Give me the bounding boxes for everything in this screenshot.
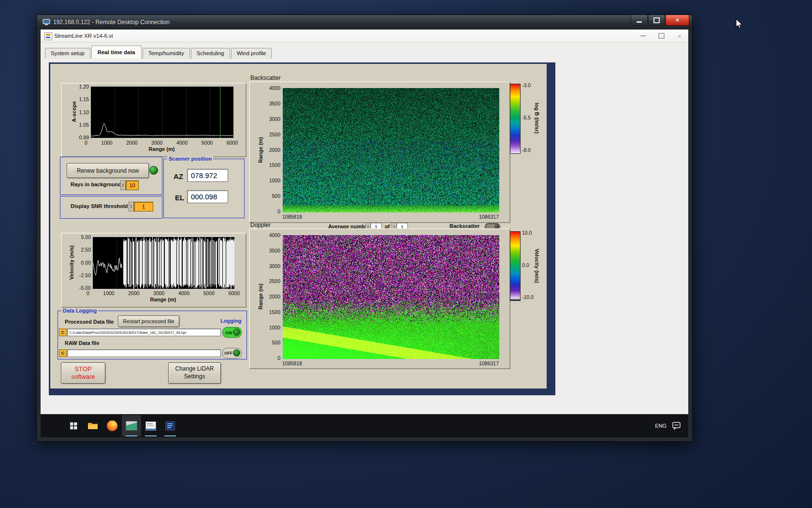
ascope-plot	[90, 86, 234, 138]
doppler-colorbar	[510, 231, 521, 301]
snr-spinner[interactable]: ▲ ▼	[129, 202, 134, 211]
ascope-x-axis-label: Range (m)	[90, 146, 233, 152]
app-titlebar[interactable]: StreamLine XR v14-6.vi ×	[41, 30, 688, 43]
doppler-section-title: Doppler	[250, 222, 271, 228]
tab-wind-profile[interactable]: Wind profile	[231, 48, 272, 59]
rdp-session-icon	[126, 421, 137, 431]
el-value-display[interactable]: 000.098	[187, 190, 228, 203]
folder-icon	[87, 421, 98, 430]
snr-threshold-field[interactable]: 1	[134, 202, 153, 211]
language-indicator[interactable]: ENG	[650, 417, 672, 435]
stop-software-button[interactable]: STOPsoftware	[61, 362, 105, 384]
minimize-icon	[637, 21, 642, 23]
az-label: AZ	[174, 172, 183, 180]
tab-scheduling[interactable]: Scheduling	[191, 48, 230, 59]
backscatter-x-start: 1085818	[282, 214, 302, 220]
raw-logging-toggle[interactable]: OFF	[222, 348, 242, 359]
start-button[interactable]	[64, 415, 83, 436]
ascope-y-ticks: 1.201.151.101.050.99	[76, 84, 89, 140]
processed-logging-toggle[interactable]: ON	[222, 327, 242, 338]
tab-bar: System setup Real time data Temp/humidit…	[45, 45, 273, 59]
processed-data-file-path[interactable]: C:\Lidar\Data\Proc\2023\202309\20230917\…	[67, 329, 221, 336]
doppler-colorbar-label: Velocity (m/s)	[533, 231, 541, 300]
doppler-x-range: 1085818 1086317	[282, 360, 499, 366]
close-icon: ×	[676, 17, 680, 23]
rays-spinner[interactable]: ▲ ▼	[120, 180, 126, 190]
backscatter-section-title: Backscatter	[250, 75, 281, 81]
velocity-x-axis-label: Range (m)	[92, 297, 234, 302]
firefox-icon	[107, 420, 117, 431]
rdp-session-taskbar-button[interactable]	[122, 415, 141, 436]
scan-schedule-taskbar-button[interactable]	[141, 415, 160, 436]
active-app-underline	[126, 435, 137, 436]
notes-icon	[165, 421, 175, 431]
app-maximize-button[interactable]	[658, 33, 665, 39]
scanner-position-title: Scanner position	[167, 156, 213, 162]
backscatter-y-ticks: 40003500300025002000150010005000	[266, 85, 280, 214]
rdp-minimize-button[interactable]	[631, 15, 648, 26]
velocity-x-ticks: 0100020003000400050006000	[87, 290, 240, 296]
active-app-underline	[164, 435, 176, 436]
raw-data-file-path[interactable]	[67, 349, 221, 357]
velocity-graph-frame: Velocity (m/s) 5.002.500.00-2.50-5.00 01…	[61, 233, 246, 308]
app-minimize-button[interactable]	[640, 35, 646, 36]
background-led-indicator	[149, 166, 158, 175]
taskbar: ENG	[41, 414, 688, 437]
data-logging-box: Data Logging Processed Data file Restart…	[58, 311, 247, 359]
notification-icon[interactable]	[672, 421, 682, 430]
processed-drive-icon[interactable]: C	[59, 329, 67, 336]
rays-in-background-label: Rays in background	[71, 181, 121, 187]
off-label: OFF	[224, 351, 232, 356]
ascope-x-ticks: 0100020003000400050006000	[85, 140, 238, 146]
firefox-button[interactable]	[102, 415, 122, 436]
rdp-close-button[interactable]: ×	[666, 15, 689, 26]
windows-start-icon	[70, 422, 77, 430]
remote-desktop-client: StreamLine XR v14-6.vi × System setup Re…	[41, 30, 688, 437]
backscatter-colorbar	[510, 84, 521, 154]
toggle-knob	[233, 349, 240, 357]
el-label: EL	[175, 194, 184, 202]
snr-threshold-box: Display SNR threshold ▲ ▼ 1	[60, 196, 162, 219]
rdp-restore-button[interactable]	[648, 15, 665, 26]
rays-in-background-field[interactable]: 10	[126, 180, 139, 190]
doppler-y-ticks: 40003500300025002000150010005000	[266, 232, 280, 361]
tab-system-setup[interactable]: System setup	[45, 48, 90, 59]
backscatter-x-end: 1086317	[479, 214, 499, 220]
background-controls-box: Renew background now Rays in background …	[60, 157, 162, 195]
active-app-underline	[145, 435, 157, 436]
raw-drive-icon[interactable]: C	[59, 349, 67, 357]
velocity-y-axis-label: Velocity (m/s)	[68, 237, 75, 288]
doppler-x-end: 1086317	[479, 360, 499, 366]
app-close-button[interactable]: ×	[677, 32, 682, 40]
renew-background-button[interactable]: Renew background now	[67, 163, 149, 178]
rdp-titlebar[interactable]: 192.168.0.122 - Remote Desktop Connectio…	[37, 15, 692, 30]
backscatter-graph-frame: Range (m) 400035003000250020001500100050…	[249, 81, 510, 223]
tab-real-time-data[interactable]: Real time data	[91, 45, 142, 59]
doppler-x-start: 1085818	[282, 360, 302, 366]
doppler-plot	[282, 235, 500, 359]
rdp-icon	[43, 19, 50, 26]
app-window-title: StreamLine XR v14-6.vi	[54, 33, 113, 39]
notes-taskbar-button[interactable]	[160, 415, 180, 436]
data-logging-title: Data Logging	[61, 308, 98, 314]
scan-schedule-icon	[145, 421, 156, 431]
spin-down-icon[interactable]: ▼	[121, 185, 125, 188]
toggle-knob	[233, 329, 240, 336]
restart-processed-file-button[interactable]: Restart processed file	[118, 315, 179, 327]
tab-temp-humidity[interactable]: Temp/humidity	[143, 48, 190, 59]
change-lidar-settings-button[interactable]: Change LiDARSettings	[168, 362, 221, 384]
display-snr-threshold-label: Display SNR threshold	[71, 203, 128, 209]
front-panel: A-scope 1.201.151.101.050.99 01000200030…	[50, 64, 547, 388]
restore-icon	[653, 17, 660, 23]
backscatter-y-axis-label: Range (m)	[257, 88, 264, 212]
mouse-cursor	[735, 18, 745, 29]
doppler-y-axis-label: Range (m)	[257, 235, 264, 359]
file-explorer-button[interactable]	[83, 415, 102, 436]
processed-data-file-label: Processed Data file	[65, 319, 114, 325]
az-value-display[interactable]: 078.972	[187, 169, 228, 182]
raw-data-file-label: RAW Data file	[65, 340, 100, 346]
velocity-plot	[92, 237, 235, 289]
spin-down-icon[interactable]: ▼	[129, 207, 133, 209]
logging-label: Logging	[220, 318, 241, 324]
backscatter-colorbar-label: log B (/m/sr)	[533, 84, 541, 153]
